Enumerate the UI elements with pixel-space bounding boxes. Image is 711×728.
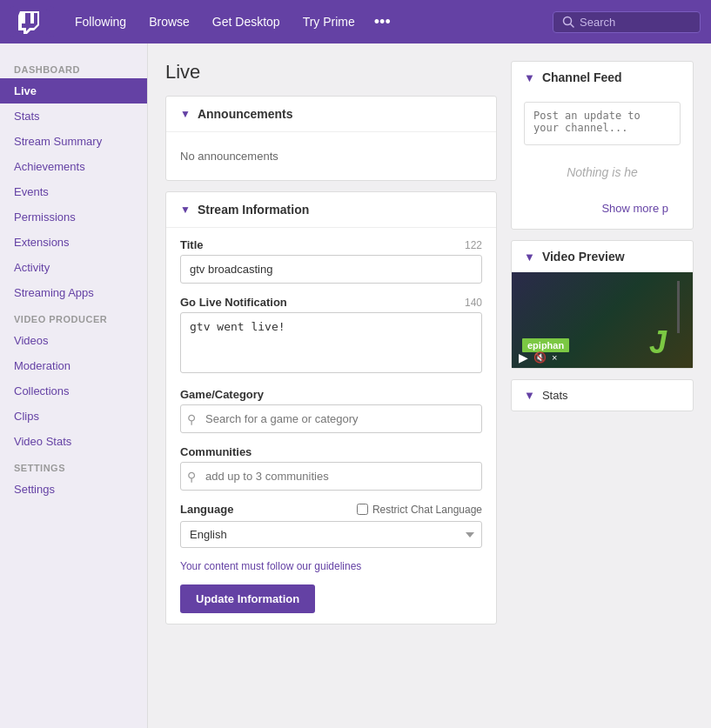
stats-card: ▼ Stats xyxy=(511,379,694,411)
search-box xyxy=(553,11,701,33)
search-icon xyxy=(562,16,574,28)
game-search-input[interactable] xyxy=(180,404,482,433)
left-column: Live ▼ Announcements No announcements ▼ … xyxy=(165,61,497,635)
game-search-wrap: ⚲ xyxy=(180,404,482,433)
sidebar: Dashboard Live Stats Stream Summary Achi… xyxy=(0,43,148,728)
video-controls: ▶ 🔇 × xyxy=(519,351,557,364)
restrict-chat-label: Restrict Chat Language xyxy=(372,504,482,516)
sidebar-item-moderation[interactable]: Moderation xyxy=(0,353,147,378)
sidebar-item-events[interactable]: Events xyxy=(0,179,147,204)
tripod-icon xyxy=(677,281,680,333)
top-nav: Following Browse Get Desktop Try Prime •… xyxy=(0,0,711,43)
language-select[interactable]: English xyxy=(180,521,482,548)
no-announcements-text: No announcements xyxy=(180,143,482,170)
communities-input[interactable] xyxy=(180,462,482,491)
nav-try-prime[interactable]: Try Prime xyxy=(294,15,364,29)
video-preview-title: Video Preview xyxy=(542,250,625,264)
nav-more[interactable]: ••• xyxy=(369,13,396,31)
language-label: Language xyxy=(180,503,233,516)
stream-info-header[interactable]: ▼ Stream Information xyxy=(166,192,496,227)
announcements-card: ▼ Announcements No announcements xyxy=(165,96,497,181)
page-title: Live xyxy=(165,61,497,83)
announcements-header[interactable]: ▼ Announcements xyxy=(166,97,496,131)
nav-following[interactable]: Following xyxy=(66,15,135,29)
announcements-title: Announcements xyxy=(198,107,293,121)
update-button[interactable]: Update Information xyxy=(180,584,315,613)
notification-textarea[interactable]: gtv went live! xyxy=(180,312,482,373)
restrict-chat-row: Restrict Chat Language xyxy=(357,504,482,516)
video-preview-thumb: epiphan J ▶ 🔇 × xyxy=(512,272,693,368)
stream-info-chevron-icon: ▼ xyxy=(180,204,191,216)
stream-info-title: Stream Information xyxy=(198,203,309,217)
notification-field-row: Go Live Notification 140 gtv went live! xyxy=(180,296,482,376)
communities-search-wrap: ⚲ xyxy=(180,462,482,491)
stats-chevron-icon: ▼ xyxy=(524,389,535,402)
sidebar-item-stream-summary[interactable]: Stream Summary xyxy=(0,129,147,154)
sidebar-item-extensions[interactable]: Extensions xyxy=(0,230,147,255)
sidebar-item-streaming-apps[interactable]: Streaming Apps xyxy=(0,280,147,305)
guidelines-link[interactable]: Your content must follow our guidelines xyxy=(180,560,482,572)
sidebar-item-collections[interactable]: Collections xyxy=(0,378,147,404)
right-column: ▼ Channel Feed Nothing is he Show more p… xyxy=(511,61,694,422)
sidebar-item-video-stats[interactable]: Video Stats xyxy=(0,429,147,454)
nothing-here-text: Nothing is he xyxy=(524,148,681,197)
sidebar-item-permissions[interactable]: Permissions xyxy=(0,204,147,230)
logo[interactable] xyxy=(10,6,54,37)
sidebar-item-videos[interactable]: Videos xyxy=(0,328,147,353)
svg-line-2 xyxy=(571,24,574,28)
communities-search-icon: ⚲ xyxy=(187,470,196,484)
stream-info-card: ▼ Stream Information Title 122 xyxy=(165,191,497,624)
notification-count: 140 xyxy=(465,297,482,309)
title-label: Title xyxy=(180,238,204,251)
channel-feed-input[interactable] xyxy=(524,102,681,145)
channel-feed-title: Channel Feed xyxy=(542,70,622,84)
volume-x-label: × xyxy=(552,352,557,363)
nav-get-desktop[interactable]: Get Desktop xyxy=(204,15,289,29)
game-search-icon: ⚲ xyxy=(187,412,196,426)
nav-browse[interactable]: Browse xyxy=(140,15,198,29)
title-input[interactable] xyxy=(180,255,482,284)
video-preview-chevron-icon: ▼ xyxy=(524,250,535,264)
video-preview-card: ▼ Video Preview epiphan J ▶ 🔇 × xyxy=(511,240,694,369)
volume-icon[interactable]: 🔇 xyxy=(533,351,547,364)
channel-feed-header[interactable]: ▼ Channel Feed xyxy=(512,62,693,93)
sidebar-item-settings[interactable]: Settings xyxy=(0,477,147,502)
sidebar-section-dashboard: Dashboard xyxy=(0,56,147,78)
communities-label: Communities xyxy=(180,445,252,458)
sidebar-section-settings: Settings xyxy=(0,454,147,477)
sidebar-item-clips[interactable]: Clips xyxy=(0,404,147,429)
channel-feed-body: Nothing is he Show more p xyxy=(512,93,693,229)
game-field-row: Game/Category ⚲ xyxy=(180,388,482,433)
sidebar-section-video-producer: Video Producer xyxy=(0,305,147,328)
sidebar-item-live[interactable]: Live xyxy=(0,78,147,104)
channel-feed-card: ▼ Channel Feed Nothing is he Show more p xyxy=(511,61,694,230)
communities-field-row: Communities ⚲ xyxy=(180,445,482,491)
announcements-body: No announcements xyxy=(166,131,496,180)
show-more-link[interactable]: Show more p xyxy=(524,197,681,220)
sidebar-item-achievements[interactable]: Achievements xyxy=(0,154,147,179)
channel-feed-chevron-icon: ▼ xyxy=(524,71,535,84)
layout: Dashboard Live Stats Stream Summary Achi… xyxy=(0,43,711,728)
stream-info-body: Title 122 Go Live Notification 140 gtv w… xyxy=(166,227,496,624)
game-label: Game/Category xyxy=(180,388,264,401)
notification-label: Go Live Notification xyxy=(180,296,287,309)
announcements-chevron-icon: ▼ xyxy=(180,108,191,120)
sidebar-item-activity[interactable]: Activity xyxy=(0,255,147,280)
title-count: 122 xyxy=(465,239,482,251)
sidebar-item-stats[interactable]: Stats xyxy=(0,104,147,129)
play-button[interactable]: ▶ xyxy=(519,351,528,364)
search-input[interactable] xyxy=(580,16,684,29)
title-field-row: Title 122 xyxy=(180,238,482,284)
restrict-chat-checkbox[interactable] xyxy=(357,504,368,515)
main-content: Live ▼ Announcements No announcements ▼ … xyxy=(148,43,711,728)
video-preview-header[interactable]: ▼ Video Preview xyxy=(512,241,693,272)
stats-title: Stats xyxy=(542,389,568,402)
stats-header[interactable]: ▼ Stats xyxy=(512,380,693,411)
j-logo-icon: J xyxy=(649,324,667,361)
language-field-row: Language Restrict Chat Language English xyxy=(180,503,482,548)
